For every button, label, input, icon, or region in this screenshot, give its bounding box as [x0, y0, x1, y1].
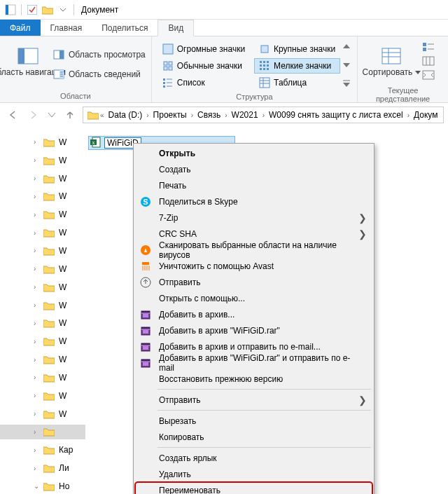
- expand-arrow-icon[interactable]: ›: [34, 465, 41, 472]
- tree-item[interactable]: ›W: [0, 334, 85, 349]
- layout-medium-icons[interactable]: Обычные значки: [158, 58, 250, 74]
- add-columns-icon[interactable]: [422, 56, 435, 67]
- context-menu-item[interactable]: Создать: [135, 161, 372, 177]
- navigation-pane-button[interactable]: Область навигации: [6, 39, 50, 84]
- expand-arrow-icon[interactable]: ›: [34, 211, 41, 219]
- group-by-icon[interactable]: [422, 42, 435, 53]
- context-menu-item[interactable]: 7-Zip❯: [135, 210, 372, 226]
- breadcrumb-item[interactable]: W2021: [229, 110, 261, 120]
- chevron-icon[interactable]: ›: [223, 111, 228, 119]
- properties-icon[interactable]: [26, 4, 38, 16]
- tree-item[interactable]: ›Кар: [0, 442, 85, 458]
- tree-item[interactable]: ›W: [0, 352, 85, 367]
- tree-item[interactable]: ›W: [0, 225, 85, 240]
- tree-item[interactable]: ›W: [0, 370, 85, 385]
- tab-file[interactable]: Файл: [0, 20, 41, 36]
- context-menu-item[interactable]: Печать: [135, 177, 372, 193]
- tab-view[interactable]: Вид: [158, 20, 194, 36]
- addressbar[interactable]: « Data (D:) › Проекты › Связь › W2021 › …: [83, 107, 444, 123]
- context-menu-item[interactable]: Открыть с помощью...: [135, 290, 372, 306]
- expand-arrow-icon[interactable]: ›: [34, 174, 41, 182]
- breadcrumb-item[interactable]: Докум: [411, 110, 440, 120]
- layout-extra-large-icons[interactable]: Огромные значки: [158, 41, 250, 57]
- expand-arrow-icon[interactable]: ›: [34, 229, 41, 237]
- tree-item[interactable]: ›W: [0, 171, 85, 186]
- newfolder-icon[interactable]: [41, 4, 54, 16]
- tree-item[interactable]: ›W: [0, 298, 85, 313]
- chevron-icon[interactable]: «: [99, 111, 106, 119]
- tree-item[interactable]: ›W: [0, 243, 85, 259]
- navigation-tree[interactable]: ›W›W›W›W›W›W›W›W›W›W›W›W›W›W›W›W››Кар›Ли…: [0, 130, 85, 494]
- context-menu-item[interactable]: Переименовать: [135, 482, 372, 494]
- layout-list[interactable]: Список: [158, 75, 250, 90]
- layout-large-icons[interactable]: Крупные значки: [254, 41, 340, 57]
- expand-arrow-icon[interactable]: ›: [34, 373, 41, 381]
- tree-item[interactable]: ›W: [0, 153, 85, 168]
- expand-arrow-icon[interactable]: ›: [34, 283, 41, 291]
- nav-up-button[interactable]: [62, 107, 78, 123]
- context-menu-item[interactable]: Удалить: [135, 466, 372, 482]
- breadcrumb-root-icon[interactable]: [85, 110, 99, 120]
- expand-arrow-icon[interactable]: ›: [34, 356, 41, 364]
- context-menu-item[interactable]: Добавить в архив...: [135, 306, 372, 322]
- breadcrumb-item[interactable]: Связь: [195, 110, 223, 120]
- context-menu-item[interactable]: Уничтожить с помощью Avast: [135, 258, 372, 274]
- context-menu-item[interactable]: Открыть: [135, 145, 372, 161]
- expand-arrow-icon[interactable]: ›: [34, 247, 41, 254]
- tree-item[interactable]: ›W: [0, 207, 85, 222]
- context-menu-item[interactable]: Копировать: [135, 429, 372, 445]
- layout-scroll-up-icon[interactable]: [342, 41, 351, 51]
- tree-item[interactable]: ›W: [0, 261, 85, 277]
- context-menu-item[interactable]: Вырезать: [135, 413, 372, 429]
- context-menu-item[interactable]: Добавить в архив "WiFiGiD.rar": [135, 322, 372, 338]
- expand-arrow-icon[interactable]: ›: [34, 410, 41, 418]
- context-menu-item[interactable]: Восстановить прежнюю версию: [135, 371, 372, 387]
- chevron-icon[interactable]: ›: [406, 111, 411, 119]
- chevron-icon[interactable]: ›: [190, 111, 195, 119]
- expand-arrow-icon[interactable]: ›: [34, 320, 41, 327]
- context-menu-item[interactable]: SПоделиться в Skype: [135, 193, 372, 210]
- expand-arrow-icon[interactable]: ⌄: [34, 482, 41, 490]
- expand-arrow-icon[interactable]: ›: [34, 301, 41, 309]
- chevron-icon[interactable]: ›: [261, 111, 266, 119]
- context-menu-item[interactable]: Добавить в архив "WiFiGiD.rar" и отправи…: [135, 355, 372, 371]
- tree-item[interactable]: ›Ли: [0, 460, 85, 476]
- tree-item[interactable]: ›W: [0, 189, 85, 205]
- layout-small-icons[interactable]: Мелкие значки: [254, 58, 340, 74]
- layout-details[interactable]: Таблица: [254, 75, 340, 90]
- expand-arrow-icon[interactable]: ›: [34, 193, 41, 200]
- size-columns-icon[interactable]: [422, 70, 435, 81]
- expand-arrow-icon[interactable]: ›: [34, 338, 41, 345]
- breadcrumb-item[interactable]: W0099 снять защиту с листа excel: [266, 110, 406, 120]
- nav-back-button[interactable]: [4, 107, 21, 123]
- context-menu-item[interactable]: Создать ярлык: [135, 450, 372, 466]
- tree-item[interactable]: ›W: [0, 280, 85, 295]
- tree-item[interactable]: ›W: [0, 388, 85, 404]
- expand-arrow-icon[interactable]: ›: [34, 138, 41, 146]
- details-pane-button[interactable]: Область сведений: [53, 67, 146, 82]
- context-menu-item[interactable]: Отправить❯: [135, 392, 372, 408]
- chevron-icon[interactable]: ›: [145, 111, 150, 119]
- expand-arrow-icon[interactable]: ›: [34, 265, 41, 273]
- breadcrumb-item[interactable]: Проекты: [150, 110, 190, 120]
- preview-pane-button[interactable]: Область просмотра: [53, 47, 146, 62]
- expand-arrow-icon[interactable]: ›: [34, 392, 41, 399]
- layout-scroll-down-icon[interactable]: [342, 60, 351, 70]
- qat-dropdown-icon[interactable]: [57, 4, 69, 16]
- tab-share[interactable]: Поделиться: [92, 20, 158, 36]
- sort-button[interactable]: Сортировать: [363, 39, 419, 84]
- expand-arrow-icon[interactable]: ›: [34, 428, 41, 436]
- layout-gallery-expand-icon[interactable]: [342, 78, 351, 88]
- breadcrumb-item[interactable]: Data (D:): [106, 110, 146, 120]
- tab-home[interactable]: Главная: [41, 20, 92, 36]
- tree-item[interactable]: ›W: [0, 315, 85, 331]
- context-menu-item[interactable]: Сканировать выбранные области на наличие…: [135, 242, 372, 258]
- nav-recent-button[interactable]: [46, 107, 57, 123]
- expand-arrow-icon[interactable]: ›: [34, 446, 41, 454]
- tree-item[interactable]: ›: [0, 425, 85, 440]
- tree-item[interactable]: ⌄Но: [0, 479, 85, 494]
- tree-item[interactable]: ›W: [0, 135, 85, 150]
- context-menu-item[interactable]: Отправить: [135, 274, 372, 290]
- expand-arrow-icon[interactable]: ›: [34, 156, 41, 164]
- nav-forward-button[interactable]: [25, 107, 42, 123]
